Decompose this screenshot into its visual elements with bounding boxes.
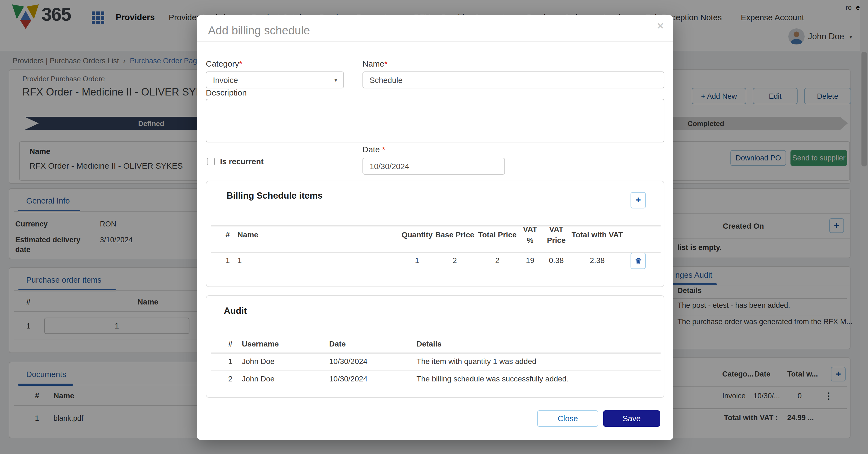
delete-item-button[interactable] — [630, 253, 646, 269]
items-col-name: Name — [238, 230, 258, 239]
category-label-text: Category — [206, 59, 239, 68]
is-recurrent-checkbox[interactable] — [207, 158, 215, 165]
modal-header-divider — [197, 41, 673, 42]
item-row-num: 1 — [225, 256, 230, 265]
trash-icon — [634, 257, 642, 265]
date-input[interactable] — [363, 158, 505, 174]
chevron-down-icon: ▼ — [334, 78, 338, 83]
modal-audit-title: Audit — [224, 305, 247, 316]
audit-row-date: 10/30/2024 — [329, 357, 367, 366]
item-row-vat-price: 0.38 — [549, 256, 564, 265]
audit-row-date: 10/30/2024 — [329, 374, 367, 383]
items-col-total-vat: Total with VAT — [571, 230, 623, 239]
items-col-vat-pct: VAT — [523, 225, 537, 233]
audit-row-details: The billing schedule was successfully ad… — [416, 374, 568, 383]
app-screen: 365 Providers Provider Analytics Product… — [0, 0, 868, 454]
billing-items-section: Billing Schedule items + # Name Quantity… — [206, 181, 664, 287]
audit-col-num: # — [228, 339, 232, 348]
audit-row-username: John Doe — [242, 374, 275, 383]
items-col-num: # — [225, 230, 230, 239]
item-row-total-price: 2 — [495, 256, 499, 265]
modal-save-button[interactable]: Save — [603, 410, 660, 427]
category-select-value: Invoice — [213, 75, 238, 84]
schedule-name-input[interactable] — [363, 71, 664, 88]
required-asterisk: * — [384, 59, 388, 68]
items-col-vat-price-2: Price — [547, 236, 566, 245]
category-select[interactable]: Invoice ▼ — [206, 71, 344, 88]
item-row-base-price: 2 — [453, 256, 457, 265]
items-col-vat-price: VAT — [549, 225, 563, 233]
audit-row-username: John Doe — [242, 357, 275, 366]
billing-items-add-button[interactable]: + — [630, 192, 646, 208]
add-billing-schedule-modal: Add billing schedule ✕ Category* Name* I… — [197, 15, 673, 440]
date-label: Date * — [363, 144, 385, 154]
close-icon[interactable]: ✕ — [657, 21, 664, 31]
audit-row-num: 1 — [228, 357, 232, 366]
modal-audit-section: Audit # Username Date Details 1 John Doe… — [206, 295, 664, 398]
item-row-quantity: 1 — [415, 256, 419, 265]
items-col-vat-pct-2: % — [527, 236, 534, 245]
description-label: Description — [206, 88, 247, 97]
audit-col-username: Username — [242, 339, 279, 348]
required-asterisk: * — [382, 144, 385, 154]
plus-icon: + — [636, 195, 641, 206]
date-label-text: Date — [363, 144, 380, 154]
is-recurrent-label: Is recurrent — [220, 157, 264, 166]
items-col-quantity: Quantity — [402, 230, 433, 239]
audit-row-num: 2 — [228, 374, 232, 383]
name-label: Name* — [363, 59, 388, 68]
divider — [211, 353, 660, 354]
audit-row-details: The item with quantity 1 was added — [416, 357, 536, 366]
modal-close-button[interactable]: Close — [537, 410, 598, 427]
description-textarea[interactable] — [206, 99, 664, 142]
required-asterisk: * — [239, 59, 242, 68]
category-label: Category* — [206, 59, 242, 68]
modal-title: Add billing schedule — [208, 24, 310, 37]
audit-col-details: Details — [416, 339, 442, 348]
items-col-base-price: Base Price — [435, 230, 474, 239]
billing-items-title: Billing Schedule items — [226, 190, 322, 201]
audit-col-date: Date — [329, 339, 346, 348]
items-col-total-price: Total Price — [478, 230, 517, 239]
divider — [211, 370, 660, 370]
name-label-text: Name — [363, 59, 384, 68]
divider — [211, 252, 660, 253]
divider — [211, 225, 660, 226]
item-row-vat-pct: 19 — [526, 256, 534, 265]
item-row-total-vat: 2.38 — [590, 256, 605, 265]
item-row-name: 1 — [238, 256, 242, 265]
